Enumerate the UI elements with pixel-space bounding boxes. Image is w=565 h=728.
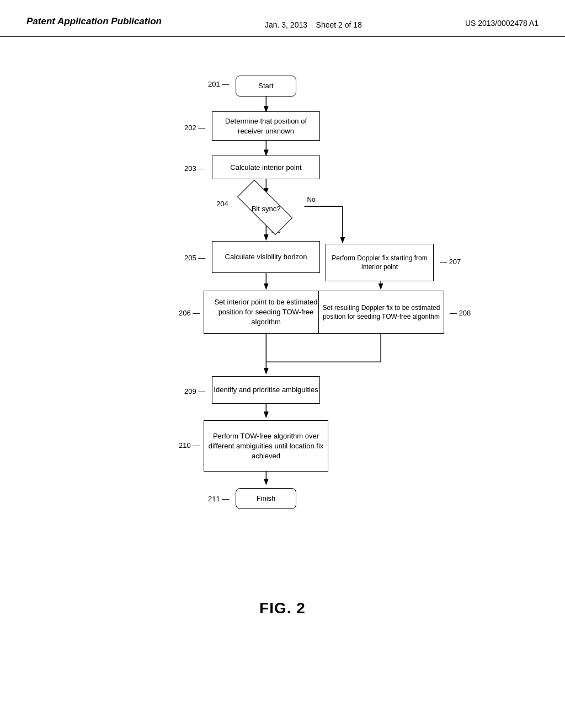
node-210: Perform TOW-free algorithm over differen… <box>204 420 328 472</box>
diagram-area: Yes No Start 201 — Determine that positi… <box>0 37 565 628</box>
label-211: 211 — <box>208 495 229 503</box>
header-sheet: Sheet 2 of 18 <box>316 20 362 29</box>
node-207: Perform Doppler fix starting from interi… <box>326 244 434 281</box>
node-209: Identify and prioritise ambiguities <box>212 376 320 404</box>
svg-text:No: No <box>307 196 316 204</box>
label-201: 201 — <box>208 80 229 88</box>
node-202: Determine that position of receiver unkn… <box>212 111 320 141</box>
label-204: 204 <box>216 200 228 208</box>
label-207: — 207 <box>440 258 461 266</box>
node-204-label: Bit sync? <box>237 196 295 221</box>
header-date: Jan. 3, 2013 <box>265 20 307 29</box>
header-publication-title: Patent Application Publication <box>26 15 162 28</box>
node-finish: Finish <box>236 488 296 509</box>
node-208: Set resulting Doppler fix to be estimate… <box>318 291 444 334</box>
node-206: Set interior point to be estimated posit… <box>204 291 328 334</box>
label-209: 209 — <box>184 387 205 395</box>
flowchart: Yes No Start 201 — Determine that positi… <box>89 59 476 583</box>
node-205: Calculate visibility horizon <box>212 241 320 273</box>
label-208: — 208 <box>450 309 471 317</box>
figure-caption: FIG. 2 <box>259 599 306 617</box>
header-date-sheet: Jan. 3, 2013 Sheet 2 of 18 <box>265 15 362 31</box>
label-203: 203 — <box>184 164 205 173</box>
header-patent-number: US 2013/0002478 A1 <box>465 15 539 28</box>
node-start: Start <box>236 76 296 97</box>
node-203: Calculate interior point <box>212 156 320 179</box>
label-206: 206 — <box>179 309 200 317</box>
label-210: 210 — <box>179 441 200 449</box>
page-header: Patent Application Publication Jan. 3, 2… <box>0 0 565 37</box>
label-202: 202 — <box>184 124 205 132</box>
label-205: 205 — <box>184 254 205 262</box>
